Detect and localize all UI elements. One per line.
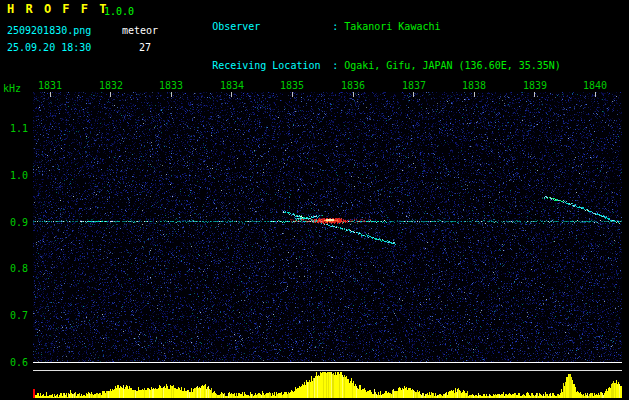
x-axis-tick-label: 1835 <box>275 80 309 91</box>
spectrogram-canvas <box>33 92 622 362</box>
level-graph-lower-line <box>33 370 622 371</box>
level-graph-upper-line <box>33 362 622 363</box>
info-value: Ogaki, Gifu, JAPAN (136.60E, 35.35N) <box>344 60 561 71</box>
y-axis-tick-label: 0.8 <box>0 263 28 274</box>
observation-mode-label: meteor <box>122 25 158 36</box>
observation-datetime: 25.09.20 18:30 <box>7 42 91 53</box>
info-colon: : <box>332 60 338 71</box>
x-axis-tick-label: 1839 <box>518 80 552 91</box>
info-label: Observer <box>212 20 332 33</box>
info-value: Takanori Kawachi <box>344 21 440 32</box>
info-row-observer: Observer:Takanori Kawachi <box>176 7 561 46</box>
y-axis-tick-label: 1.0 <box>0 170 28 181</box>
info-label: Receiving Location <box>212 59 332 72</box>
x-axis-tick-label: 1833 <box>154 80 188 91</box>
app-version: 1.0.0 <box>104 6 134 17</box>
x-axis-tick-label: 1836 <box>336 80 370 91</box>
x-axis-tick-label: 1831 <box>33 80 67 91</box>
y-axis-tick-label: 0.7 <box>0 310 28 321</box>
echo-count: 27 <box>139 42 151 53</box>
hrofft-output-window: H R O F F T 1.0.0 2509201830.png meteor … <box>0 0 629 400</box>
y-axis-unit-label: kHz <box>3 83 21 94</box>
app-title: H R O F F T <box>7 4 108 15</box>
x-axis-tick-label: 1838 <box>457 80 491 91</box>
signal-level-canvas <box>33 372 622 398</box>
y-axis-tick-label: 0.6 <box>0 357 28 368</box>
x-axis-tick-label: 1834 <box>215 80 249 91</box>
y-axis-tick-label: 1.1 <box>0 123 28 134</box>
x-axis-tick-label: 1840 <box>578 80 612 91</box>
y-axis-tick-label: 0.9 <box>0 217 28 228</box>
output-filename: 2509201830.png <box>7 25 91 36</box>
info-colon: : <box>332 21 338 32</box>
x-axis-tick-label: 1837 <box>397 80 431 91</box>
x-axis-tick-label: 1832 <box>94 80 128 91</box>
